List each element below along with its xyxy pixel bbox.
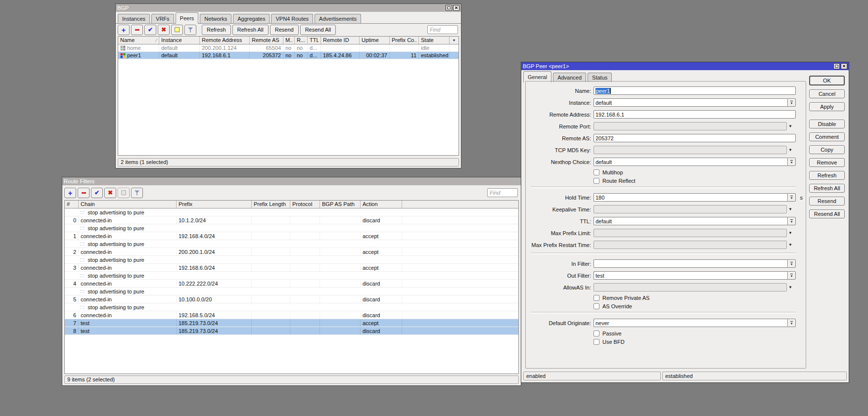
remove-button[interactable] [78,188,90,198]
column-header-remote-address[interactable]: Remote Address [200,37,250,44]
hold_time-dropdown-button[interactable]: ▼ [787,193,796,202]
filter-row-0[interactable]: 0connected-in10.1.2.0/24discard [65,216,518,224]
filter-row-2[interactable]: 2connected-in200.200.1.0/24accept [65,248,518,256]
column-header-instance[interactable]: Instance [159,37,200,44]
peer-row-home[interactable]: homedefault200.200.1.12465504nonod...idl… [118,44,458,52]
column-header-prefix-length[interactable]: Prefix Length [252,201,290,208]
filter-row-5[interactable]: 5connected-in10.100.0.0/20discard [65,295,518,303]
tab-aggregates[interactable]: Aggregates [233,14,270,23]
enable-button[interactable]: ✔ [91,188,103,198]
add-button[interactable]: + [64,188,76,198]
comment-row[interactable]: :::stop advertising to pure [65,208,518,216]
column-header-prefix-co[interactable]: Prefix Co... [390,37,419,44]
maximize-button[interactable] [833,63,840,69]
passive-checkbox[interactable] [594,331,599,336]
comment-row[interactable]: :::stop advertising to pure [65,272,518,280]
maximize-button[interactable] [446,5,452,11]
keepalive_time-expand-button[interactable]: ▼ [787,205,794,213]
comment-row[interactable]: :::stop advertising to pure [65,224,518,232]
max_prefix_restart_time-input[interactable] [594,241,787,249]
refresh-all-button[interactable]: Refresh All [232,25,269,35]
allowas_in-input[interactable] [594,283,787,291]
resend-all-button[interactable]: Resend All [809,209,845,218]
column-header-bgp-as-path[interactable]: BGP AS Path [320,201,361,208]
filter-row-1[interactable]: 1connected-in192.168.4.0/24accept [65,232,518,240]
hold_time-input[interactable]: 180 [594,193,787,202]
ok-button[interactable]: OK [809,76,845,85]
resend-button[interactable]: Resend [809,197,845,206]
max_prefix_limit-input[interactable] [594,229,787,237]
out_filter-dropdown-button[interactable]: ▼ [787,271,796,280]
remove_private_as-checkbox[interactable] [594,295,599,301]
add-button[interactable]: + [118,25,130,35]
tcp_md5_key-input[interactable] [594,146,787,154]
remote_port-input[interactable] [594,122,787,130]
column-header-state[interactable]: State [419,37,450,44]
apply-button[interactable]: Apply [809,102,845,111]
comment-row[interactable]: :::stop advertising to pure [65,303,518,311]
tcp_md5_key-expand-button[interactable]: ▼ [787,146,794,154]
default_originate-input[interactable]: never [594,319,787,327]
use_bfd-checkbox[interactable] [594,339,599,345]
column-header-prefix[interactable]: Prefix [177,201,252,208]
column-header-r[interactable]: R... [295,37,308,44]
as_override-checkbox[interactable] [594,303,599,309]
allowas_in-expand-button[interactable]: ▼ [787,283,794,291]
column-header-number[interactable]: # [65,201,79,208]
route-filters-titlebar[interactable]: Route Filters [62,177,521,185]
refresh-button[interactable]: Refresh [809,171,845,180]
tab-peers[interactable]: Peers [176,12,199,24]
column-header-uptime[interactable]: Uptime [360,37,390,44]
keepalive_time-input[interactable] [594,205,787,213]
remote_as-input[interactable]: 205372 [594,134,796,142]
nexthop_choice-input[interactable]: default [594,158,787,166]
comment-button[interactable]: Comment [809,132,845,141]
disable-button[interactable]: ✖ [158,25,170,35]
remote_address-input[interactable]: 192.168.6.1 [594,110,796,119]
instance-dropdown-button[interactable]: ▼ [787,98,796,107]
comment-button[interactable] [171,25,183,35]
tab-vrfs[interactable]: VRFs [151,14,174,23]
filter-row-4[interactable]: 4connected-in10.222.222.0/24discard [65,280,518,288]
column-header-m[interactable]: M... [283,37,295,44]
ttl-dropdown-button[interactable]: ▼ [787,217,796,225]
column-header-remote-id[interactable]: Remote ID [321,37,360,44]
cancel-button[interactable]: Cancel [809,89,845,98]
disable-button[interactable]: Disable [809,120,845,128]
instance-input[interactable]: default [594,98,787,107]
tab-networks[interactable]: Networks [200,14,231,23]
name-input[interactable]: peer1 [594,86,796,95]
find-input[interactable] [487,188,518,197]
bgp-titlebar[interactable]: BGP ✕ [116,4,461,12]
refresh-all-button[interactable]: Refresh All [809,184,845,193]
multihop-checkbox[interactable] [594,169,599,175]
column-chooser-button[interactable]: ▼ [450,37,458,44]
close-button[interactable]: ✕ [453,5,459,11]
filter-row-7[interactable]: 7test185.219.73.0/24accept [65,319,518,327]
disable-button[interactable]: ✖ [104,188,116,198]
filter-row-6[interactable]: 6connected-in192.168.5.0/24discard [65,311,518,319]
filter-row-8[interactable]: 8test185.219.73.0/24discard [65,327,518,335]
comment-row[interactable]: :::stop advertising to pure [65,288,518,295]
copy-button[interactable]: Copy [809,145,845,154]
resend-button[interactable]: Resend [270,25,299,35]
filter-row-3[interactable]: 3connected-in192.168.6.0/24accept [65,264,518,272]
nexthop_choice-dropdown-button[interactable]: ▼ [787,158,796,166]
comment-row[interactable]: :::stop advertising to pure [65,240,518,248]
column-header-ttl[interactable]: TTL [308,37,321,44]
bgp-peer-titlebar[interactable]: BGP Peer <peer1> ✕ [521,62,849,70]
max_prefix_limit-expand-button[interactable]: ▼ [787,229,794,237]
resend-all-button[interactable]: Resend All [300,25,336,35]
refresh-button[interactable]: Refresh [202,25,231,35]
tab-vpn4-routes[interactable]: VPN4 Routes [271,14,313,23]
out_filter-input[interactable]: test [594,271,787,280]
remove-button[interactable]: Remove [809,158,845,167]
enable-button[interactable]: ✔ [144,25,156,35]
column-header-protocol[interactable]: Protocol [290,201,320,208]
column-header-chain[interactable]: Chain [79,201,177,208]
comment-row[interactable]: :::stop advertising to pure [65,256,518,264]
max_prefix_restart_time-expand-button[interactable]: ▼ [787,241,794,249]
column-header-name[interactable]: Name∕ [118,37,159,44]
peer-row-peer1[interactable]: peer1default192.168.6.1205372nonod...185… [118,52,458,59]
remove-button[interactable] [131,25,143,35]
